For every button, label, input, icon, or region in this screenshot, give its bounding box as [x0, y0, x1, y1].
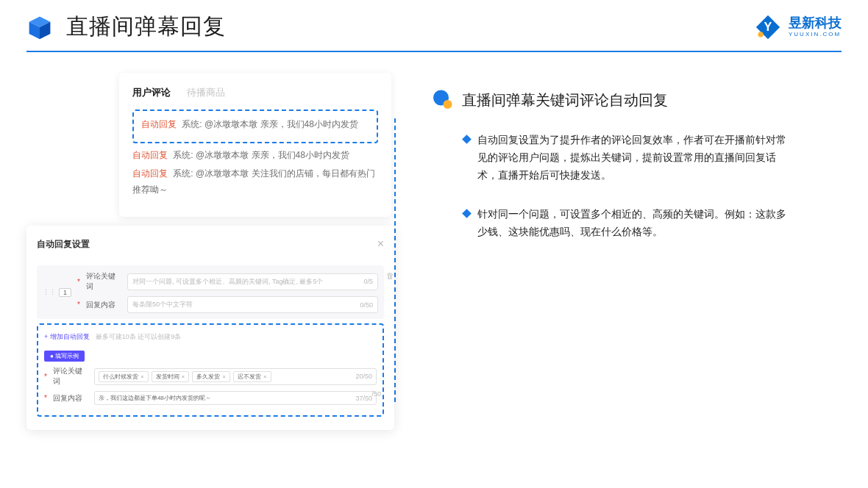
remove-tag-icon[interactable]: × — [222, 373, 226, 380]
tag-chip[interactable]: 发货时间× — [152, 371, 190, 382]
reply-input[interactable]: 每条限50个中文字符 0/50 — [127, 296, 378, 313]
right-pane: 直播间弹幕关键词评论自动回复 自动回复设置为了提升作者的评论回复效率，作者可在开… — [431, 73, 842, 455]
outside-counts: /50 — [371, 390, 381, 398]
tag-text: 发货时间 — [156, 373, 179, 381]
required-star: * — [77, 278, 80, 286]
example-reply-line: * 回复内容 亲，我们这边都是下单48小时内发货的呢～ 37/50 — [44, 391, 377, 405]
brand-text: 昱新科技 YUUXIN.COM — [789, 16, 842, 37]
reply-line: * 回复内容 每条限50个中文字符 0/50 — [77, 296, 378, 313]
example-badge: ● 填写示例 — [44, 351, 85, 362]
bullet-2-text: 针对同一个问题，可设置多个相近的、高频的关键词。例如：这款多少钱、这块能优惠吗、… — [477, 206, 794, 241]
ex-kw-input[interactable]: 什么时候发货× 发货时间× 多久发货× 迟不发货× 20/50 — [94, 368, 377, 385]
settings-modal: 自动回复设置 × ⋮⋮1 * 评论关键词 对同一个问题, 可设置多个相近、高频的… — [26, 226, 394, 430]
reply-label: 回复内容 — [86, 300, 121, 310]
keyword-label: 评论关键词 — [86, 271, 121, 292]
example-keyword-line: * 评论关键词 什么时候发货× 发货时间× 多久发货× 迟不发货× 20/50 — [44, 366, 377, 387]
tag-chip[interactable]: 迟不发货× — [233, 371, 271, 382]
add-auto-reply-link[interactable]: + 增加自动回复 — [44, 332, 90, 342]
ex-kw-count: 20/50 — [355, 373, 372, 380]
settings-title: 自动回复设置 — [37, 238, 90, 251]
comment-text: 系统: @冰墩墩本墩 亲亲，我们48小时内发货 — [171, 150, 349, 160]
remove-tag-icon[interactable]: × — [182, 373, 185, 380]
comment-text: 系统: @冰墩墩本墩 亲亲，我们48小时内发货 — [179, 119, 358, 129]
settings-header: 自动回复设置 × — [37, 237, 384, 251]
comment-item-3: 自动回复 系统: @冰墩墩本墩 关注我们的店铺，每日都有热门推荐呦～ — [132, 166, 378, 198]
diamond-icon — [462, 134, 472, 144]
page-title: 直播间弹幕回复 — [66, 12, 226, 42]
add-line: + 增加自动回复 最多可建10条 还可以创建9条 — [44, 332, 377, 342]
bullet-1: 自动回复设置为了提升作者的评论回复效率，作者可在开播前针对常见的评论用户问题，提… — [463, 132, 842, 184]
comment-tabs: 用户评论 待播商品 — [132, 86, 378, 99]
section-header: 直播间弹幕关键词评论自动回复 — [431, 89, 842, 111]
content: 用户评论 待播商品 自动回复 系统: @冰墩墩本墩 亲亲，我们48小时内发货 自… — [0, 52, 868, 455]
tab-user-comments[interactable]: 用户评论 — [132, 86, 171, 99]
keyword-count: 0/5 — [363, 278, 373, 285]
row-number: 1 — [59, 288, 71, 297]
tag-text: 多久发货 — [196, 373, 220, 381]
add-sub-text: 最多可建10条 还可以创建9条 — [96, 332, 182, 342]
brand-logo: Y 昱新科技 YUUXIN.COM — [755, 14, 842, 40]
chips: 什么时候发货× 发货时间× 多久发货× 迟不发货× — [99, 371, 274, 382]
slide-header: 直播间弹幕回复 Y 昱新科技 YUUXIN.COM — [0, 0, 868, 42]
comment-item-1: 自动回复 系统: @冰墩墩本墩 亲亲，我们48小时内发货 — [141, 117, 369, 133]
svg-point-7 — [444, 100, 452, 109]
required-star: * — [44, 373, 47, 381]
example-box: + 增加自动回复 最多可建10条 还可以创建9条 ● 填写示例 * 评论关键词 … — [37, 323, 384, 417]
bullet-2: 针对同一个问题，可设置多个相近的、高频的关键词。例如：这款多少钱、这块能优惠吗、… — [463, 206, 842, 241]
comment-card: 用户评论 待播商品 自动回复 系统: @冰墩墩本墩 亲亲，我们48小时内发货 自… — [119, 73, 391, 217]
auto-reply-tag: 自动回复 — [132, 168, 168, 179]
brand-name: 昱新科技 — [789, 16, 842, 29]
required-star: * — [77, 301, 80, 309]
auto-reply-tag: 自动回复 — [141, 119, 177, 129]
diamond-icon — [462, 209, 472, 219]
ex-reply-text: 亲，我们这边都是下单48小时内发货的呢～ — [99, 394, 211, 402]
svg-point-5 — [758, 32, 764, 37]
comment-text: 系统: @冰墩墩本墩 关注我们的店铺，每日都有热门推荐呦～ — [132, 168, 375, 195]
reply-count: 0/50 — [360, 301, 373, 309]
tag-chip[interactable]: 什么时候发货× — [99, 371, 149, 382]
connector-line-v — [394, 118, 396, 405]
remove-tag-icon[interactable]: × — [263, 373, 267, 380]
reply-placeholder: 每条限50个中文字符 — [132, 300, 193, 309]
tag-text: 什么时候发货 — [103, 373, 138, 381]
section-title: 直播间弹幕关键词评论自动回复 — [462, 90, 668, 110]
tag-chip[interactable]: 多久发货× — [192, 371, 230, 382]
cube-icon — [26, 14, 53, 40]
remove-tag-icon[interactable]: × — [140, 373, 144, 380]
keyword-input[interactable]: 对同一个问题, 可设置多个相近、高频的关键词, Tag确定, 最多5个 0/5 — [127, 273, 378, 290]
ex-kw-label: 评论关键词 — [53, 366, 88, 387]
ex-reply-count: 37/50 — [355, 395, 372, 402]
side-count: /50 — [371, 390, 381, 398]
tag-text: 迟不发货 — [238, 373, 261, 381]
brand-domain: YUUXIN.COM — [789, 31, 841, 37]
auto-reply-tag: 自动回复 — [132, 150, 168, 160]
ex-reply-input[interactable]: 亲，我们这边都是下单48小时内发货的呢～ 37/50 — [94, 391, 377, 405]
brand-diamond-icon: Y — [755, 14, 781, 40]
required-star: * — [44, 394, 47, 402]
ex-reply-label: 回复内容 — [53, 393, 88, 403]
left-pane: 用户评论 待播商品 自动回复 系统: @冰墩墩本墩 亲亲，我们48小时内发货 自… — [26, 73, 409, 455]
keyword-line: * 评论关键词 对同一个问题, 可设置多个相近、高频的关键词, Tag确定, 最… — [77, 271, 378, 292]
row-drag-handle[interactable]: ⋮⋮1 — [43, 288, 71, 297]
header-left: 直播间弹幕回复 — [26, 12, 226, 42]
settings-row-1: ⋮⋮1 * 评论关键词 对同一个问题, 可设置多个相近、高频的关键词, Tag确… — [37, 265, 384, 319]
comment-item-2: 自动回复 系统: @冰墩墩本墩 亲亲，我们48小时内发货 — [132, 148, 378, 164]
bullet-1-text: 自动回复设置为了提升作者的评论回复效率，作者可在开播前针对常见的评论用户问题，提… — [477, 132, 794, 184]
field-block: * 评论关键词 对同一个问题, 可设置多个相近、高频的关键词, Tag确定, 最… — [77, 271, 378, 313]
highlighted-comment: 自动回复 系统: @冰墩墩本墩 亲亲，我们48小时内发货 — [132, 110, 378, 143]
tab-pending-products[interactable]: 待播商品 — [187, 86, 225, 99]
trash-icon[interactable]: 🗑 — [386, 271, 394, 280]
close-icon[interactable]: × — [377, 237, 384, 251]
example-rows: * 评论关键词 什么时候发货× 发货时间× 多久发货× 迟不发货× 20/50 — [44, 366, 377, 405]
svg-text:Y: Y — [764, 20, 772, 33]
speech-bubble-icon — [431, 89, 453, 111]
keyword-placeholder: 对同一个问题, 可设置多个相近、高频的关键词, Tag确定, 最多5个 — [132, 277, 324, 287]
